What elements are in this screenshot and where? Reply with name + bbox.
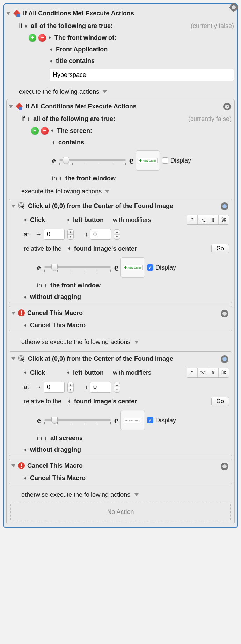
gear-icon[interactable] xyxy=(220,202,229,211)
gear-icon[interactable] xyxy=(220,355,229,364)
display-checkbox[interactable] xyxy=(162,157,168,164)
warning-icon xyxy=(17,462,25,470)
if-icon xyxy=(15,102,23,110)
actions-disclosure[interactable] xyxy=(103,90,107,93)
scope-picker[interactable] xyxy=(44,284,48,287)
y-stepper[interactable]: ▲▼ xyxy=(114,229,120,240)
cancel-opt-picker[interactable] xyxy=(24,477,28,480)
scope-picker[interactable] xyxy=(44,437,48,440)
mod-opt[interactable]: ⌥ xyxy=(197,215,208,224)
app-picker[interactable] xyxy=(50,48,54,51)
image-well[interactable]: ✚New Order xyxy=(120,257,145,278)
fuzziness-slider[interactable] xyxy=(44,262,111,273)
cond-attr: contains xyxy=(58,139,84,146)
display-checkbox[interactable] xyxy=(147,417,153,423)
gear-icon[interactable] xyxy=(220,462,229,471)
outer-cond-value-row xyxy=(4,67,237,83)
click1-relative-row: relative to the found image's center Go xyxy=(9,242,232,255)
svg-point-22 xyxy=(222,312,227,316)
mod-shift[interactable]: ⇧ xyxy=(208,368,218,377)
outer-cond-app-row: Front Application xyxy=(4,44,237,55)
target-picker[interactable] xyxy=(51,129,55,133)
fuzziness-slider[interactable] xyxy=(59,155,126,166)
mod-opt[interactable]: ⌥ xyxy=(197,368,208,377)
title-contains-input[interactable] xyxy=(50,69,234,81)
button-picker[interactable] xyxy=(67,371,71,374)
gear-icon[interactable] xyxy=(220,309,229,318)
arrow-right-icon: → xyxy=(35,231,42,238)
x-input[interactable] xyxy=(44,382,65,393)
collapse-toggle[interactable] xyxy=(11,312,15,315)
x-stepper[interactable]: ▲▼ xyxy=(67,229,74,240)
display-checkbox[interactable] xyxy=(147,264,153,271)
mod-cmd[interactable]: ⌘ xyxy=(218,215,229,224)
attr-picker[interactable] xyxy=(50,59,54,63)
svg-rect-28 xyxy=(21,464,22,466)
go-button[interactable]: Go xyxy=(211,397,229,406)
click-type-picker[interactable] xyxy=(24,371,28,374)
click-action-2: Click at (0,0) from the Center of the Fo… xyxy=(9,351,232,456)
svg-rect-19 xyxy=(21,311,22,314)
cancel-opt-picker[interactable] xyxy=(24,324,28,327)
click2-coords-row: at → ▲▼ ↓ ▲▼ xyxy=(9,380,232,395)
gear-icon[interactable] xyxy=(229,3,238,12)
inner-cond-image-row: e e ✚New Order Display xyxy=(7,148,234,173)
mod-ctrl[interactable]: ⌃ xyxy=(187,368,197,377)
inner-if-action: If All Conditions Met Execute Actions If… xyxy=(6,99,235,524)
click-type-picker[interactable] xyxy=(24,218,28,222)
click1-header: Click at (0,0) from the Center of the Fo… xyxy=(9,199,232,213)
click-icon xyxy=(17,202,26,210)
cond-app: Front Application xyxy=(56,46,108,53)
cancel1-title: Cancel This Macro xyxy=(27,309,83,317)
y-input[interactable] xyxy=(90,382,111,393)
go-button[interactable]: Go xyxy=(211,244,229,253)
collapse-toggle[interactable] xyxy=(11,357,15,360)
y-stepper[interactable]: ▲▼ xyxy=(114,382,120,393)
relative-picker[interactable] xyxy=(68,247,72,250)
inner-cond-attr-row: contains xyxy=(7,137,234,148)
x-input[interactable] xyxy=(44,229,65,240)
remove-condition-button[interactable]: − xyxy=(41,127,49,135)
mod-cmd[interactable]: ⌘ xyxy=(218,368,229,377)
add-condition-button[interactable]: + xyxy=(31,127,39,135)
otherwise-disclosure[interactable] xyxy=(134,341,139,344)
no-action-dropzone[interactable]: No Action xyxy=(10,503,231,521)
collapse-toggle[interactable] xyxy=(11,205,15,208)
click2-header: Click at (0,0) from the Center of the Fo… xyxy=(9,352,232,366)
x-stepper[interactable]: ▲▼ xyxy=(67,382,74,393)
otherwise-disclosure[interactable] xyxy=(134,493,139,496)
mod-ctrl[interactable]: ⌃ xyxy=(187,215,197,224)
target-picker[interactable] xyxy=(48,36,52,40)
image-well[interactable]: ✚New Order xyxy=(136,150,160,171)
fuzziness-slider[interactable] xyxy=(44,415,111,425)
drag-picker[interactable] xyxy=(24,295,28,299)
attr-picker[interactable] xyxy=(52,141,56,144)
y-input[interactable] xyxy=(90,229,111,240)
match-mode-picker[interactable] xyxy=(27,117,31,121)
click2-scope-row: in all screens xyxy=(9,432,232,444)
remove-condition-button[interactable]: − xyxy=(38,34,46,42)
relative-picker[interactable] xyxy=(68,400,72,403)
match-mode-picker[interactable] xyxy=(24,24,29,28)
drag-picker[interactable] xyxy=(24,448,28,452)
gear-icon[interactable] xyxy=(222,102,232,111)
svg-rect-7 xyxy=(237,7,238,8)
add-condition-button[interactable]: + xyxy=(29,34,36,42)
inner-if-condition-row: If all of the following are true: (curre… xyxy=(7,113,234,125)
outer-if-title: If All Conditions Met Execute Actions xyxy=(23,10,134,17)
cancel2-opt-row: Cancel This Macro xyxy=(9,472,232,484)
arrow-right-icon: → xyxy=(35,384,42,391)
collapse-toggle[interactable] xyxy=(11,464,15,467)
collapse-toggle[interactable] xyxy=(9,105,13,108)
fuzziness-slider-wrap: e e xyxy=(52,155,133,166)
image-well[interactable]: ✉New Msg xyxy=(120,410,145,430)
scope-picker[interactable] xyxy=(59,177,63,180)
click1-coords-row: at → ▲▼ ↓ ▲▼ xyxy=(9,227,232,242)
display-label: Display xyxy=(170,157,191,164)
collapse-toggle[interactable] xyxy=(6,12,10,15)
actions-disclosure[interactable] xyxy=(105,190,109,193)
cond-target: The front window of: xyxy=(54,34,116,42)
otherwise-label: otherwise execute the following actions xyxy=(21,338,130,346)
button-picker[interactable] xyxy=(67,218,71,222)
mod-shift[interactable]: ⇧ xyxy=(208,215,218,224)
